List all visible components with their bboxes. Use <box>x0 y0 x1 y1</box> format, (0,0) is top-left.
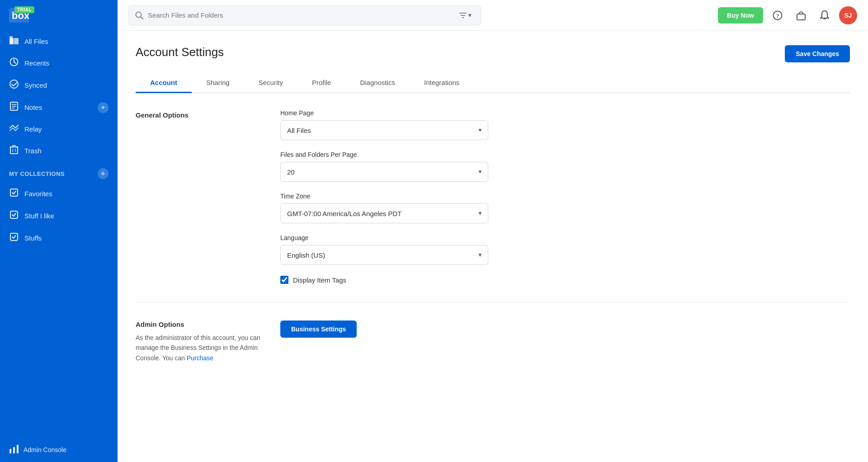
tab-diagnostics[interactable]: Diagnostics <box>345 73 410 93</box>
buy-now-button[interactable]: Buy Now <box>718 7 763 24</box>
sidebar-label-stuffs: Stuffs <box>24 234 42 242</box>
main-area: ▾ Buy Now ? <box>118 0 868 462</box>
sidebar-label-favorites: Favorites <box>24 190 52 198</box>
shop-button[interactable] <box>792 6 810 24</box>
time-zone-select[interactable]: GMT-07:00 America/Los Angeles PDT GMT-05… <box>280 203 488 223</box>
time-zone-label: Time Zone <box>280 193 488 200</box>
filter-icon <box>459 12 467 19</box>
tabs: Account Sharing Security Profile Diagnos… <box>136 73 850 93</box>
trial-badge: TRIAL <box>14 6 34 13</box>
sidebar-item-synced[interactable]: Synced <box>0 74 118 96</box>
sidebar-item-favorites[interactable]: Favorites <box>0 183 118 205</box>
admin-options-section: Admin Options As the administrator of th… <box>136 321 850 363</box>
time-zone-select-wrapper: GMT-07:00 America/Los Angeles PDT GMT-05… <box>280 203 488 223</box>
general-options-label: General Options <box>136 109 262 284</box>
search-icon <box>135 11 143 19</box>
sidebar-logo: box TRIAL <box>0 0 118 31</box>
trash-icon <box>9 145 19 156</box>
notes-icon <box>9 102 19 113</box>
sidebar-label-notes: Notes <box>24 104 42 111</box>
sidebar-item-trash[interactable]: Trash <box>0 140 118 162</box>
home-page-select[interactable]: All Files Recents Synced <box>280 120 488 140</box>
svg-point-6 <box>10 80 18 88</box>
language-select-wrapper: English (US) Español Français Deutsch ▼ <box>280 245 488 265</box>
admin-options-title: Admin Options <box>136 321 262 328</box>
tab-integrations[interactable]: Integrations <box>410 73 474 93</box>
content-area: Account Settings Save Changes Account Sh… <box>118 31 868 462</box>
svg-line-23 <box>141 17 143 19</box>
language-select[interactable]: English (US) Español Français Deutsch <box>280 245 488 265</box>
admin-options-text: As the administrator of this account, yo… <box>136 333 262 363</box>
general-options-content: Home Page All Files Recents Synced ▼ Fil… <box>280 109 488 284</box>
sidebar-label-trash: Trash <box>24 147 42 155</box>
tab-security[interactable]: Security <box>244 73 297 93</box>
svg-rect-21 <box>17 445 19 453</box>
box-logo: box TRIAL <box>9 8 31 24</box>
sidebar-item-stuffs[interactable]: Stuffs <box>0 227 118 249</box>
sidebar-item-recents[interactable]: Recents <box>0 52 118 74</box>
sidebar-label-relay: Relay <box>24 125 42 133</box>
tab-account[interactable]: Account <box>136 73 192 93</box>
home-page-label: Home Page <box>280 109 488 117</box>
search-bar: ▾ <box>128 5 481 25</box>
sidebar-item-relay[interactable]: Relay <box>0 118 118 140</box>
help-icon: ? <box>773 10 783 20</box>
business-settings-button[interactable]: Business Settings <box>280 321 357 338</box>
notifications-button[interactable] <box>816 6 834 24</box>
purchase-link[interactable]: Purchase <box>187 354 213 362</box>
sidebar-nav: All Files Recents Synced Notes + Relay <box>0 31 118 437</box>
admin-console-label: Admin Console <box>24 446 66 453</box>
svg-rect-19 <box>9 449 11 453</box>
stuffs-icon <box>9 232 19 244</box>
sidebar: box TRIAL All Files Recents Synced <box>0 0 118 462</box>
page-title: Account Settings <box>136 45 224 59</box>
admin-console-item[interactable]: Admin Console <box>0 437 118 462</box>
help-button[interactable]: ? <box>769 6 787 24</box>
relay-icon <box>9 124 19 134</box>
svg-rect-18 <box>10 233 18 240</box>
bell-icon <box>820 10 829 20</box>
files-per-page-label: Files and Folders Per Page <box>280 151 488 158</box>
sidebar-item-notes[interactable]: Notes + <box>0 96 118 118</box>
display-item-tags-label[interactable]: Display Item Tags <box>293 276 346 284</box>
tab-profile[interactable]: Profile <box>297 73 346 93</box>
svg-rect-16 <box>10 189 18 196</box>
sidebar-label-synced: Synced <box>24 81 47 89</box>
display-item-tags-checkbox[interactable] <box>280 276 288 284</box>
favorites-icon <box>9 188 19 199</box>
topbar: ▾ Buy Now ? <box>118 0 868 31</box>
home-page-select-wrapper: All Files Recents Synced ▼ <box>280 120 488 140</box>
recents-icon <box>9 57 19 69</box>
page-header: Account Settings Save Changes <box>136 45 850 62</box>
files-per-page-select-wrapper: 10 20 50 100 ▼ <box>280 162 488 182</box>
all-files-icon <box>9 36 19 47</box>
user-avatar-button[interactable]: SJ <box>839 6 857 24</box>
language-label: Language <box>280 234 488 241</box>
shop-icon <box>796 10 806 20</box>
files-per-page-field: Files and Folders Per Page 10 20 50 100 … <box>280 151 488 182</box>
add-note-button[interactable]: + <box>98 102 108 113</box>
files-per-page-select[interactable]: 10 20 50 100 <box>280 162 488 182</box>
stuff-i-like-icon <box>9 210 19 222</box>
sidebar-label-stuff-i-like: Stuff I like <box>24 212 54 220</box>
general-options-section: General Options Home Page All Files Rece… <box>136 109 850 302</box>
time-zone-field: Time Zone GMT-07:00 America/Los Angeles … <box>280 193 488 223</box>
display-item-tags-row: Display Item Tags <box>280 276 488 284</box>
tab-sharing[interactable]: Sharing <box>192 73 244 93</box>
synced-icon <box>9 80 19 91</box>
svg-text:?: ? <box>776 12 779 19</box>
add-collection-button[interactable]: + <box>98 168 108 179</box>
save-changes-button[interactable]: Save Changes <box>785 45 850 62</box>
sidebar-label-recents: Recents <box>24 59 49 67</box>
topbar-actions: Buy Now ? SJ <box>718 6 857 24</box>
admin-label-col: Admin Options As the administrator of th… <box>136 321 262 363</box>
svg-rect-2 <box>9 38 14 44</box>
svg-rect-4 <box>14 38 19 44</box>
sidebar-item-all-files[interactable]: All Files <box>0 31 118 52</box>
search-filter-button[interactable]: ▾ <box>457 10 474 20</box>
search-input[interactable] <box>148 11 452 19</box>
home-page-field: Home Page All Files Recents Synced ▼ <box>280 109 488 140</box>
svg-rect-11 <box>10 147 18 154</box>
sidebar-item-stuff-i-like[interactable]: Stuff I like <box>0 205 118 227</box>
svg-rect-20 <box>13 447 15 453</box>
